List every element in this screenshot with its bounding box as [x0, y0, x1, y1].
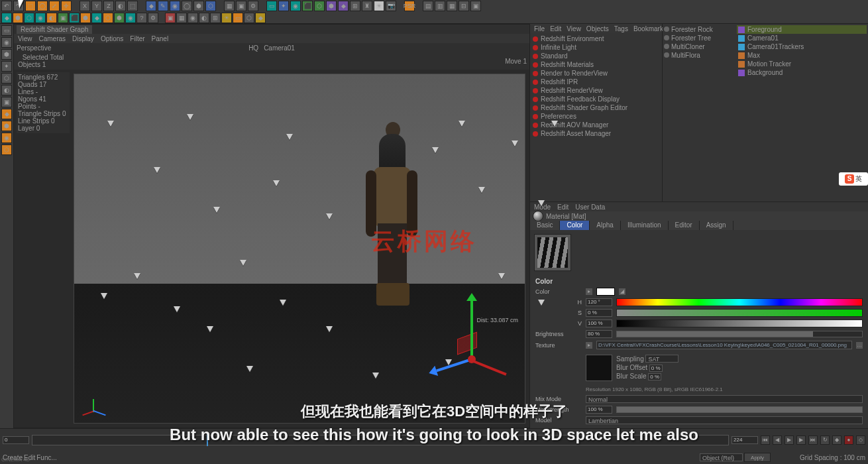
rs-icon[interactable]: ⬡ — [24, 13, 34, 23]
vp-menu-panel[interactable]: Panel — [152, 35, 169, 42]
mode-icon[interactable]: ⬡ — [1, 73, 12, 84]
mixstrength-value[interactable]: 100 % — [586, 406, 612, 414]
camera-icon[interactable]: 📷 — [386, 1, 396, 11]
obj-menu-objects[interactable]: Objects — [586, 25, 609, 32]
rs-light-icon[interactable]: ☀ — [221, 13, 232, 23]
ime-badge[interactable]: S 英 — [839, 172, 868, 186]
end-frame[interactable]: 224 — [732, 436, 758, 444]
redshift-menu-item[interactable]: Standard — [531, 52, 661, 60]
primitive-icon[interactable]: ♜ — [362, 1, 372, 11]
val-slider[interactable] — [616, 319, 863, 327]
scene-item[interactable]: Forester Tree — [664, 34, 730, 42]
hierarchy-item[interactable]: Foreground — [737, 25, 867, 34]
tab-illumination[interactable]: Illumination — [621, 221, 669, 230]
vp-menu-cameras[interactable]: Cameras — [39, 35, 66, 42]
mode-icon[interactable]: ◐ — [1, 85, 12, 95]
rs-icon[interactable]: ◐ — [46, 13, 57, 23]
rs-icon[interactable]: ? — [136, 13, 147, 23]
tool-icon[interactable]: ⬢ — [193, 1, 204, 11]
tl-menu-func[interactable]: Func... — [36, 454, 57, 461]
tool-icon[interactable]: ✎ — [158, 1, 168, 11]
rs-icon[interactable]: ⬡ — [244, 13, 254, 23]
render-icon[interactable]: ▦ — [224, 1, 235, 11]
v-value[interactable]: 100 % — [586, 319, 612, 327]
texture-path[interactable]: D:\VFX Central\VFXCrashCourse\Lessons\Le… — [596, 341, 852, 349]
redshift-menu-item[interactable]: Preferences — [531, 112, 661, 121]
hierarchy-item[interactable]: Camera01Trackers — [737, 42, 867, 51]
loop-icon[interactable]: ↻ — [820, 435, 830, 445]
picker-icon[interactable]: ◢ — [619, 288, 625, 295]
tool-icon[interactable]: ⬡ — [205, 1, 216, 11]
viewport-hq-label[interactable]: HQ — [248, 44, 258, 52]
tab-alpha[interactable]: Alpha — [590, 221, 621, 230]
mode-icon[interactable]: ⬡ — [1, 145, 12, 155]
primitive-icon[interactable]: ⬛ — [302, 1, 313, 11]
hierarchy-item[interactable]: Camera01 — [737, 34, 867, 42]
axis-y-icon[interactable]: Y — [91, 1, 102, 11]
play-end-icon[interactable]: ⏭ — [808, 435, 818, 445]
mode-icon[interactable]: ⬢ — [1, 121, 12, 131]
rs-icon[interactable]: ◉ — [35, 13, 46, 23]
s-value[interactable]: 0 % — [586, 309, 612, 317]
texture-browse-icon[interactable]: … — [856, 342, 863, 349]
gizmo-origin-icon[interactable] — [468, 355, 476, 363]
obj-menu-bookmarks[interactable]: Bookmarks — [633, 25, 667, 32]
h-value[interactable]: 120 ° — [586, 298, 612, 306]
layout-icon[interactable]: ▥ — [435, 1, 445, 11]
mixstrength-slider[interactable] — [616, 406, 863, 413]
light-icon[interactable]: ☀ — [374, 1, 384, 11]
primitive-icon[interactable]: ✦ — [278, 1, 289, 11]
redshift-menu-item[interactable]: Redshift Shader Graph Editor — [531, 103, 661, 112]
start-frame[interactable]: 0 — [3, 436, 29, 444]
coord-mode-dropdown[interactable]: Object (Rel) — [700, 453, 743, 461]
rs-icon[interactable]: ▭ — [233, 13, 243, 23]
apply-button[interactable]: Apply — [744, 453, 771, 462]
vp-menu-display[interactable]: Display — [72, 35, 94, 42]
tab-editor[interactable]: Editor — [669, 221, 700, 230]
mode-icon[interactable]: ◉ — [1, 133, 12, 143]
redshift-menu-item[interactable]: Redshift Materials — [531, 60, 661, 69]
tool-icon[interactable]: ⬚ — [25, 1, 36, 11]
rs-icon[interactable]: ⬢ — [80, 13, 91, 23]
redshift-menu-item[interactable]: Infinite Light — [531, 43, 661, 52]
tool-icon[interactable]: ⬚ — [127, 1, 138, 11]
obj-menu-file[interactable]: File — [534, 25, 545, 32]
brightness-slider[interactable] — [616, 331, 863, 337]
rs-icon[interactable]: ⬡ — [103, 13, 113, 23]
gizmo-z-axis-icon[interactable] — [471, 359, 506, 376]
viewport-tab[interactable]: Redshift Shader Graph — [17, 25, 92, 34]
key-icon[interactable]: ◇ — [856, 435, 865, 445]
tab-color[interactable]: Color — [560, 221, 590, 230]
material-preview[interactable] — [534, 234, 571, 271]
gizmo-x-axis-icon[interactable] — [436, 358, 472, 372]
primitive-icon[interactable]: ◉ — [290, 1, 301, 11]
texture-thumbnail[interactable] — [586, 355, 612, 381]
vp-menu-view[interactable]: View — [18, 35, 32, 42]
primitive-icon[interactable]: ⬡ — [314, 1, 325, 11]
primitive-icon[interactable]: ⊞ — [350, 1, 360, 11]
redshift-menu-item[interactable]: Redshift RenderView — [531, 86, 661, 95]
rs-icon[interactable]: ◆ — [1, 13, 12, 23]
blur-scale-value[interactable]: 0 % — [648, 373, 661, 380]
render-icon[interactable]: ▣ — [236, 1, 246, 11]
hierarchy-item[interactable]: Background — [737, 68, 867, 77]
psr-toggle[interactable]: PSR — [404, 1, 415, 11]
layout-icon[interactable]: ▦ — [447, 1, 457, 11]
hierarchy-item[interactable]: Motion Tracker — [737, 60, 867, 68]
vp-menu-filter[interactable]: Filter — [130, 35, 144, 42]
sat-slider[interactable] — [616, 309, 863, 317]
mode-icon[interactable]: ⬢ — [1, 49, 12, 60]
move-gizmo[interactable] — [425, 300, 518, 392]
scene-item[interactable]: MultiCloner — [664, 42, 730, 51]
redshift-menu-item[interactable]: Render to RenderView — [531, 69, 661, 78]
rs-icon[interactable]: ▣ — [165, 13, 176, 23]
hierarchy-item[interactable]: Max — [737, 51, 867, 60]
rs-icon[interactable]: ◉ — [188, 13, 198, 23]
sampling-dropdown[interactable]: SAT — [645, 355, 678, 363]
tab-assign[interactable]: Assign — [700, 221, 733, 230]
undo-icon[interactable]: ↶ — [1, 1, 12, 11]
gizmo-y-axis-icon[interactable] — [470, 300, 473, 359]
redshift-menu-item[interactable]: Redshift Environment — [531, 34, 661, 43]
tool-icon[interactable]: ◉ — [170, 1, 180, 11]
mode-icon[interactable]: ◆ — [1, 109, 12, 119]
